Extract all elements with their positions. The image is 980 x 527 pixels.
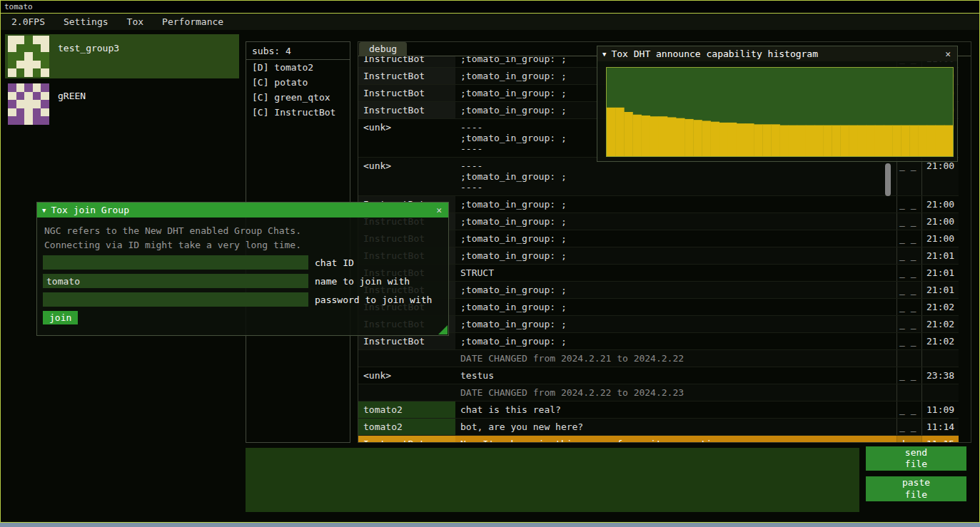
date-separator-row: DATE CHANGED from 2024.2.21 to 2024.2.22 (358, 350, 959, 367)
message-status-flags: _ _ (896, 158, 921, 195)
message-status-flags: _ _ (896, 299, 921, 315)
contact-name: test_group3 (49, 34, 119, 53)
message-sender: InstructBot (358, 56, 455, 67)
message-status-flags: _ _ (896, 282, 921, 298)
histogram-window-title: Tox DHT announce capability histogram (611, 48, 818, 59)
message-sender: <unk> (358, 158, 455, 195)
message-status-flags: _ _ (896, 230, 921, 247)
message-text: ;tomato_in_group: ; (455, 196, 896, 213)
message-status-flags: _ _ (896, 213, 921, 230)
histogram-window: ▼ Tox DHT announce capability histogram … (597, 46, 958, 162)
message-sender: <unk> (358, 119, 455, 157)
member-item[interactable]: [D] tomato2 (246, 60, 350, 75)
message-timestamp: 21:00 (921, 158, 959, 195)
message-input[interactable] (246, 448, 859, 512)
message-timestamp (921, 384, 959, 401)
join-group-body: NGC refers to the New DHT enabled Group … (37, 218, 448, 324)
message-status-flags: _ _ (896, 333, 921, 349)
paste-file-button[interactable]: paste file (866, 476, 966, 501)
message-text: ;tomato_in_group: ; (455, 230, 896, 247)
join-info-line: Connecting via ID might take a very long… (44, 239, 443, 251)
contact-test_group3[interactable]: test_group3 (5, 34, 239, 78)
histogram-plot (606, 67, 954, 157)
menu-item-tox[interactable]: Tox (118, 14, 153, 29)
join-name-input[interactable] (43, 274, 308, 288)
message-status-flags: _ _ (896, 247, 921, 264)
message-status-flags: _ _ (896, 316, 921, 332)
message-sender (358, 384, 455, 401)
chat-scrollbar-thumb[interactable] (885, 163, 891, 196)
message-status-flags: _ _ (896, 265, 921, 281)
resize-grip[interactable] (438, 325, 448, 334)
date-separator-row: DATE CHANGED from 2024.2.22 to 2024.2.23 (358, 384, 959, 401)
message-status-flags (896, 384, 921, 401)
message-sender: InstructBot (358, 436, 455, 442)
app-window: tomato 2.0FPSSettingsToxPerformance test… (0, 0, 980, 523)
bottom-strip (0, 523, 980, 527)
message-text: ;tomato_in_group: ; (455, 299, 896, 315)
window-titlebar[interactable]: tomato (1, 1, 979, 14)
message-sender: InstructBot (358, 85, 455, 101)
message-status-flags: _ _ (896, 401, 921, 418)
message-status-flags: _ _ (896, 367, 921, 384)
contact-gREEN[interactable]: gREEN (5, 82, 239, 126)
message-timestamp: 21:01 (921, 265, 959, 281)
member-item[interactable]: [C] InstructBot (246, 105, 350, 120)
message-row: tomato2chat is this real?_ _11:09 (358, 401, 959, 419)
message-text: bot, are you new here? (455, 419, 896, 435)
message-row: tomato2bot, are you new here?_ _11:14 (358, 419, 959, 436)
contact-list: test_group3gREEN (5, 34, 239, 130)
date-separator-text: DATE CHANGED from 2024.2.21 to 2024.2.22 (455, 350, 896, 367)
message-timestamp: 23:38 (921, 367, 959, 384)
message-sender: tomato2 (358, 401, 455, 418)
message-text: ;tomato_in_group: ; (455, 213, 896, 230)
join-password-input[interactable] (43, 292, 308, 307)
menu-item-settings[interactable]: Settings (54, 14, 118, 29)
histogram-plot-svg (607, 68, 953, 156)
join-info-line: NGC refers to the New DHT enabled Group … (44, 225, 443, 237)
message-text: ---- ;tomato_in_group: ; ---- (455, 158, 896, 195)
message-text: ;tomato_in_group: ; (455, 316, 896, 332)
menu-bar: 2.0FPSSettingsToxPerformance (1, 14, 979, 30)
join-group-window-titlebar[interactable]: ▼ Tox join Group ✕ (37, 203, 448, 218)
message-timestamp: 21:02 (921, 316, 959, 332)
chat-id-input[interactable] (43, 255, 308, 270)
join-password-label: password to join with (315, 295, 432, 305)
message-timestamp: 21:02 (921, 333, 959, 349)
send-file-button[interactable]: send file (866, 446, 966, 471)
message-text: ;tomato_in_group: ; (455, 333, 896, 349)
message-timestamp: 21:01 (921, 282, 959, 298)
message-row: <unk>---- ;tomato_in_group: ; ----_ _21:… (358, 158, 959, 196)
message-text: ;tomato_in_group: ; (455, 282, 896, 298)
member-item[interactable]: [C] green_qtox (246, 90, 350, 105)
menu-item-2-0fps[interactable]: 2.0FPS (2, 14, 54, 29)
tab-debug[interactable]: debug (359, 42, 407, 56)
window-title: tomato (4, 2, 33, 11)
message-timestamp: 21:00 (921, 196, 959, 213)
message-timestamp: 21:02 (921, 299, 959, 315)
contact-avatar-icon (8, 36, 49, 77)
collapse-icon[interactable]: ▼ (602, 51, 606, 58)
message-timestamp: 21:01 (921, 247, 959, 264)
message-text: ;tomato_in_group: ; (455, 247, 896, 264)
histogram-window-titlebar[interactable]: ▼ Tox DHT announce capability histogram … (597, 46, 957, 61)
member-item[interactable]: [C] potato (246, 75, 350, 90)
message-text: No, I've been in this group for quite so… (455, 436, 896, 442)
message-timestamp: 11:09 (921, 401, 959, 418)
close-icon[interactable]: ✕ (435, 205, 443, 215)
menu-item-performance[interactable]: Performance (153, 14, 233, 29)
message-sender: tomato2 (358, 419, 455, 435)
join-button[interactable]: join (43, 311, 78, 324)
message-status-flags: _ _ (896, 196, 921, 213)
message-text: chat is this real? (455, 401, 896, 418)
message-sender (358, 350, 455, 367)
date-separator-text: DATE CHANGED from 2024.2.22 to 2024.2.23 (455, 384, 896, 401)
subs-count: subs: 4 (246, 42, 350, 60)
contact-avatar-icon (8, 83, 49, 125)
message-timestamp: 21:00 (921, 213, 959, 230)
message-status-flags: d (896, 436, 921, 442)
join-group-window-title: Tox join Group (51, 205, 129, 215)
collapse-icon[interactable]: ▼ (42, 207, 46, 214)
close-icon[interactable]: ✕ (944, 48, 952, 59)
member-list: [D] tomato2[C] potato[C] green_qtox[C] I… (246, 60, 350, 120)
